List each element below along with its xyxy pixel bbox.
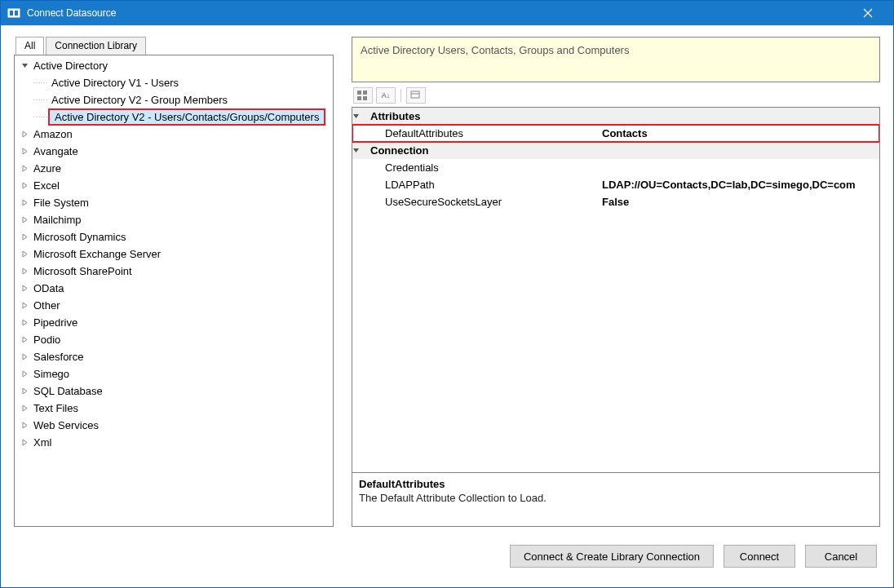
footer-buttons: Connect & Create Library Connection Conn… [14, 535, 880, 577]
tree-item-label[interactable]: Text Files [31, 401, 81, 415]
chevron-right-icon[interactable] [20, 130, 29, 139]
tree-item-label[interactable]: Xml [31, 435, 54, 449]
tree-item-label[interactable]: Microsoft Dynamics [31, 230, 128, 244]
chevron-right-icon[interactable] [20, 267, 29, 276]
property-toolbar: A↓ [352, 86, 880, 105]
tree-connector-icon: ⋯⋯ [33, 113, 47, 122]
svg-rect-5 [357, 91, 361, 95]
datasource-tree[interactable]: Active Directory ⋯⋯ Active Directory V1 … [14, 55, 334, 527]
chevron-right-icon[interactable] [20, 250, 29, 259]
tree-node-microsoft-exchange-server[interactable]: Microsoft Exchange Server [15, 245, 333, 263]
tree-node-pipedrive[interactable]: Pipedrive [15, 314, 333, 331]
tree-node-odata[interactable]: OData [15, 280, 333, 297]
tree-item-label[interactable]: Pipedrive [31, 316, 80, 329]
tree-item-label[interactable]: OData [31, 281, 67, 295]
svg-rect-8 [363, 96, 367, 100]
tree-connector-icon: ⋯⋯ [33, 95, 47, 104]
tree-node-ad-v2-groups[interactable]: ⋯⋯ Active Directory V2 - Group Members [15, 91, 333, 108]
svg-rect-7 [357, 96, 361, 100]
connect-create-library-button[interactable]: Connect & Create Library Connection [510, 545, 714, 568]
tree-item-label[interactable]: File System [31, 196, 91, 210]
toolbar-separator [401, 89, 401, 102]
tree-node-excel[interactable]: Excel [15, 177, 333, 194]
tab-connection-library[interactable]: Connection Library [46, 37, 146, 55]
description-title: DefaultAttributes [359, 478, 873, 490]
description-panel: DefaultAttributes The Default Attribute … [352, 473, 880, 527]
chevron-down-icon[interactable] [352, 147, 367, 154]
tree-node-mailchimp[interactable]: Mailchimp [15, 211, 333, 228]
tree-item-label[interactable]: Amazon [31, 127, 75, 141]
chevron-right-icon[interactable] [20, 438, 29, 448]
tree-item-label[interactable]: Azure [31, 161, 64, 175]
tree-node-root[interactable]: Active Directory [15, 57, 333, 74]
category-attributes[interactable]: Attributes [352, 108, 879, 125]
property-pages-button[interactable] [406, 87, 426, 104]
category-connection[interactable]: Connection [352, 142, 879, 159]
tree-item-label[interactable]: Mailchimp [31, 213, 84, 227]
chevron-down-icon[interactable] [352, 113, 367, 120]
chevron-right-icon[interactable] [20, 404, 29, 413]
tree-node-microsoft-sharepoint[interactable]: Microsoft SharePoint [15, 263, 333, 280]
chevron-down-icon[interactable] [20, 61, 29, 71]
tree-node-salesforce[interactable]: Salesforce [15, 348, 333, 365]
connect-button[interactable]: Connect [724, 545, 795, 568]
chevron-right-icon[interactable] [20, 215, 29, 225]
banner-text: Active Directory Users, Contacts, Groups… [361, 44, 629, 56]
tree-item-label[interactable]: Excel [31, 179, 62, 192]
tree-node-ad-v1-users[interactable]: ⋯⋯ Active Directory V1 - Users [15, 74, 333, 91]
tree-node-podio[interactable]: Podio [15, 331, 333, 348]
tree-node-simego[interactable]: Simego [15, 365, 333, 382]
chevron-right-icon[interactable] [20, 147, 29, 157]
close-icon [863, 8, 873, 18]
tree-node-microsoft-dynamics[interactable]: Microsoft Dynamics [15, 228, 333, 245]
tab-all[interactable]: All [15, 37, 44, 55]
property-grid[interactable]: Attributes DefaultAttributes Contacts Co… [352, 107, 880, 473]
categorize-button[interactable] [353, 87, 373, 104]
svg-rect-1 [10, 11, 13, 15]
categorize-icon [357, 91, 369, 100]
chevron-right-icon[interactable] [20, 387, 29, 396]
close-button[interactable] [849, 1, 887, 25]
chevron-right-icon[interactable] [20, 301, 29, 311]
tree-item-label[interactable]: Microsoft SharePoint [31, 264, 135, 278]
tree-node-azure[interactable]: Azure [15, 160, 333, 177]
tree-node-avangate[interactable]: Avangate [15, 143, 333, 160]
cancel-button[interactable]: Cancel [805, 545, 877, 568]
info-banner: Active Directory Users, Contacts, Groups… [352, 37, 880, 82]
tree-node-other[interactable]: Other [15, 297, 333, 314]
tree-item-label[interactable]: Avangate [31, 144, 81, 158]
tree-item-label[interactable]: Salesforce [31, 350, 86, 364]
tree-node-xml[interactable]: Xml [15, 434, 333, 451]
tree-node-web-services[interactable]: Web Services [15, 417, 333, 434]
tree-node-ad-v2-users-contacts[interactable]: ⋯⋯ Active Directory V2 - Users/Contacts/… [15, 108, 333, 126]
tree-node-amazon[interactable]: Amazon [15, 126, 333, 143]
description-text: The Default Attribute Collection to Load… [359, 492, 873, 504]
chevron-right-icon[interactable] [20, 369, 29, 379]
tree-node-text-files[interactable]: Text Files [15, 400, 333, 417]
chevron-right-icon[interactable] [20, 232, 29, 242]
chevron-right-icon[interactable] [20, 284, 29, 294]
tree-item-label[interactable]: Podio [31, 333, 63, 347]
prop-credentials[interactable]: Credentials [352, 159, 879, 176]
prop-ldappath[interactable]: LDAPPath LDAP://OU=Contacts,DC=lab,DC=si… [352, 176, 879, 193]
tree-node-file-system[interactable]: File System [15, 194, 333, 211]
chevron-right-icon[interactable] [20, 352, 29, 362]
tree-connector-icon: ⋯⋯ [33, 78, 47, 87]
chevron-right-icon[interactable] [20, 164, 29, 174]
prop-usessl[interactable]: UseSecureSocketsLayer False [352, 193, 879, 210]
chevron-right-icon[interactable] [20, 181, 29, 191]
chevron-right-icon[interactable] [20, 198, 29, 208]
dialog-window: Connect Datasource All Connection Librar… [0, 0, 894, 588]
tree-item-label[interactable]: Web Services [31, 418, 101, 432]
chevron-right-icon[interactable] [20, 421, 29, 431]
window-title: Connect Datasource [27, 7, 849, 19]
tree-item-label[interactable]: SQL Database [31, 384, 105, 398]
tree-item-label[interactable]: Microsoft Exchange Server [31, 247, 163, 261]
tree-item-label[interactable]: Simego [31, 367, 72, 381]
sort-button[interactable]: A↓ [376, 87, 396, 104]
prop-default-attributes[interactable]: DefaultAttributes Contacts [352, 125, 879, 142]
tree-item-label[interactable]: Other [31, 298, 63, 312]
chevron-right-icon[interactable] [20, 335, 29, 345]
tree-node-sql-database[interactable]: SQL Database [15, 382, 333, 400]
chevron-right-icon[interactable] [20, 318, 29, 328]
